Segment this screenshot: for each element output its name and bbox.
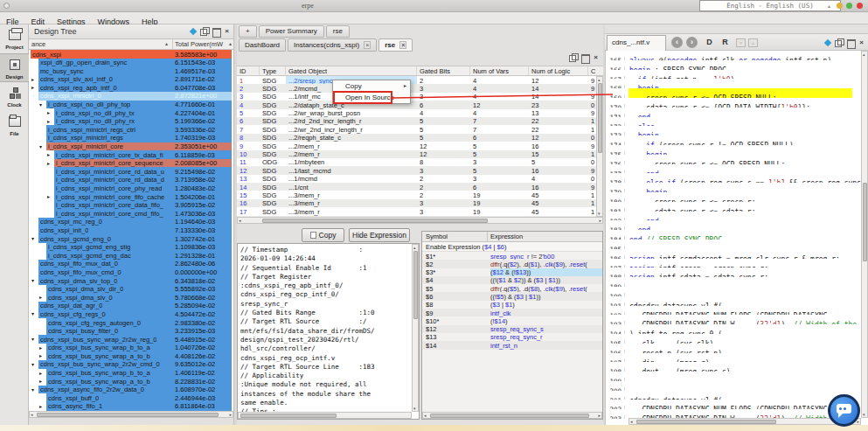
tree-expand-icon[interactable]: ▸: [39, 352, 42, 358]
tree-row[interactable]: i_cdns_xspi_minictrl_core_rd_data_u9.215…: [29, 167, 233, 176]
maximize-icon[interactable]: [580, 53, 588, 61]
receiver-button[interactable]: R: [719, 37, 732, 48]
code-line[interactable]: 182 end: [606, 212, 868, 221]
code-line[interactable]: 169 sresp_sync_r <= OCP_SRESP_NULL;: [606, 88, 868, 98]
source-file-tab[interactable]: cdns_...ntf.v: [607, 35, 666, 51]
close-icon[interactable]: ×: [592, 53, 600, 61]
code-line[interactable]: 179 begin: [606, 183, 868, 192]
code-line[interactable]: 168 begin: [606, 79, 868, 88]
table-row[interactable]: 3SDG...1/intf_mc34149: [237, 93, 603, 101]
code-line[interactable]: 184end // SRESP_SYNC_PROC: [606, 230, 868, 240]
target-icon[interactable]: [189, 27, 197, 35]
tree-expand-icon[interactable]: ▸: [47, 193, 50, 199]
close-icon[interactable]: ×: [223, 27, 231, 35]
code-line[interactable]: 189: [606, 277, 868, 287]
rail-item-design[interactable]: Design: [0, 53, 29, 82]
code-line[interactable]: 167 if (intf_rst_n == 1'b0): [606, 70, 868, 80]
rail-item-file[interactable]: File: [0, 111, 29, 140]
code-line[interactable]: 170 sdata_sync_r <= {OCP_DATA_WIDTH{1'b0…: [606, 98, 868, 108]
new-view-tab-button[interactable]: +: [239, 25, 257, 38]
target-icon[interactable]: [823, 38, 831, 46]
table-col-gated-bits[interactable]: Gated Bits: [417, 66, 470, 76]
table-row[interactable]: 10SDG...2/mem_r125151: [237, 150, 603, 158]
col-instance[interactable]: ance: [31, 40, 45, 48]
tree-row[interactable]: ▸cdns_xspi_dma_slv_05.780668e-02: [29, 293, 233, 302]
scroll-right-icon[interactable]: ▸: [598, 413, 601, 419]
tree-row[interactable]: ▾cdns_xspi_cfg_regs_04.504472e-02: [29, 309, 233, 318]
scroll-up-icon[interactable]: ▴: [598, 77, 601, 82]
tree-expand-icon[interactable]: ▾: [31, 336, 34, 342]
tree-row[interactable]: ▸cdns_async_fifo_16.811864e-03: [29, 402, 233, 411]
tree-row[interactable]: ▾cdns_xspi_minictrl_02.872821e+00: [29, 92, 233, 101]
info-hscrollbar[interactable]: [238, 412, 412, 419]
tree-expand-icon[interactable]: ▾: [31, 93, 34, 99]
tree-row[interactable]: cdns_xspi_fifo_mux_dat_02.862480e-06: [29, 260, 233, 268]
up-box-icon[interactable]: ▵: [748, 38, 758, 47]
scroll-right-icon[interactable]: ▸: [229, 412, 232, 418]
table-row[interactable]: 15SDG...3/mem_r219451: [237, 191, 603, 198]
tree-expand-icon[interactable]: ▸: [39, 403, 42, 409]
code-line[interactable]: 180 sresp_sync_r <= sresp_r;: [606, 192, 868, 202]
menu-item-copy[interactable]: Copy▸: [333, 80, 410, 92]
scroll-down-icon[interactable]: ▾: [863, 412, 865, 417]
tree-row[interactable]: cdns_xspi_init_07.133330e-03: [29, 226, 233, 234]
table-row[interactable]: 7SDG...2/wr_2nd_incr_length_r57221: [237, 125, 603, 133]
tree-row[interactable]: ▾cdns_xspi_bus_sync_wrap_2r2w_cmd_09.635…: [29, 360, 233, 369]
tree-row[interactable]: i_cdns_xspi_minictrl_core_phy_read1.2804…: [29, 184, 233, 193]
tree-row[interactable]: ▸i_cdns_xspi_minictrl_core_sequence2.008…: [29, 159, 233, 168]
scroll-up-icon[interactable]: ▴: [413, 245, 416, 250]
maximize-icon[interactable]: [846, 38, 854, 46]
table-row[interactable]: 4SDG...2/dataph_state_c612230: [237, 101, 603, 108]
tree-row[interactable]: ▸cdns_xspi_reg_apb_intf_06.047708e-03: [29, 83, 233, 92]
table-row[interactable]: 5SDG...2/wr_wrap_burst_posn44139: [237, 109, 603, 117]
tree-row[interactable]: xspi_dfi_gp_open_drain_sync6.151543e-03: [29, 59, 233, 67]
expression-row[interactable]: $10*(!$14): [422, 316, 602, 324]
tree-row[interactable]: cdns_xspi_buff_02.446944e-03: [29, 393, 233, 402]
expression-row[interactable]: $4((!($1 & $2)) & ($3 | $1)): [422, 276, 602, 284]
code-line[interactable]: 176 sresp_sync_r <= OCP_SRESP_NULL;: [606, 155, 868, 164]
scroll-right-icon[interactable]: ▸: [599, 218, 601, 224]
col-total-power[interactable]: Total Power(mW: [175, 40, 223, 48]
tree-expand-icon[interactable]: ▸: [31, 84, 34, 90]
expression-hscrollbar[interactable]: ◂ ▸: [422, 412, 602, 419]
table-row[interactable]: 11ODG...1/mbyteen8350: [237, 158, 603, 166]
view-tab-rse[interactable]: rse: [326, 25, 350, 38]
tree-row[interactable]: ▸i_cdns_xspi_minictrl_core_tx_data_fi6.1…: [29, 150, 233, 159]
down-box-icon[interactable]: ▿: [736, 38, 746, 47]
tree-row[interactable]: i_cdns_xspi_gcmd_eng_dac1.291328e-01: [29, 251, 233, 260]
tree-expand-icon[interactable]: ▸: [39, 294, 42, 300]
minimize-dot-icon[interactable]: [837, 3, 843, 9]
tree-row[interactable]: ▾cdns_xspi_bus_sync_wrap_2r2w_reg_05.448…: [29, 335, 233, 344]
tree-expand-icon[interactable]: ▾: [31, 235, 34, 241]
table-col-num-of-logic[interactable]: Num of Logic: [529, 66, 588, 76]
code-line[interactable]: 181 sdata_sync_r <= sdata_r;: [606, 202, 868, 212]
table-row[interactable]: 8SDG...2/reqph_state_c56120: [237, 134, 603, 142]
scroll-left-icon[interactable]: ◂: [424, 413, 427, 419]
maximize-dot-icon[interactable]: [846, 3, 852, 9]
tree-row[interactable]: ▾i_cdns_xspi_minictrl_core2.353051e+00: [29, 143, 233, 151]
code-line[interactable]: 201cdnsdru_datasync_v1 #(: [606, 391, 868, 400]
window-gadget-icon[interactable]: [3, 3, 10, 9]
col-symbol[interactable]: Symbol: [426, 233, 448, 240]
code-line[interactable]: 173 begin: [606, 126, 868, 136]
table-row[interactable]: 13SDG...1/mcmd2340: [237, 175, 603, 183]
tree-expand-icon[interactable]: ▸: [47, 118, 50, 124]
restore-icon[interactable]: [835, 38, 843, 46]
tree-row[interactable]: ▸cdns_xspi_bus_sync_wrap_b_to_a1.040726e…: [29, 344, 233, 352]
tree-row[interactable]: ▸cdns_xspi_slv_axi_intf_02.891711e-02: [29, 75, 233, 84]
tree-expand-icon[interactable]: ▾: [31, 310, 34, 316]
table-col-gated-object[interactable]: Gated Object: [286, 66, 417, 76]
close-dot-icon[interactable]: [857, 3, 863, 9]
tree-row[interactable]: cdns_xspi_busy_filter_03.233915e-03: [29, 327, 233, 336]
table-hscrollbar[interactable]: ◂ ▸: [237, 217, 603, 224]
keyboard-layout-indicator[interactable]: English - English (US): [699, 0, 841, 11]
tree-expand-icon[interactable]: ▸: [39, 344, 42, 351]
expression-row[interactable]: $5dffr(.q($5), .d($8), .clk($9), .reset(: [422, 284, 602, 292]
tree-row[interactable]: ▾cdns_xspi_dma_slv_top_06.343818e-02: [29, 276, 233, 285]
tree-row[interactable]: ▾i_cdns_xspi_no_dll_phy_top4.771660e-01: [29, 101, 233, 109]
table-row[interactable]: 14SDG...1/cnt26169: [237, 183, 603, 191]
source-hscrollbar[interactable]: ◂ ▸: [628, 418, 861, 425]
maximize-icon[interactable]: [212, 27, 219, 35]
tree-row[interactable]: cdns_xspi_fifo_mux_cmd_00.000000e+00: [29, 268, 233, 276]
code-line[interactable]: 178 else if (sresp_req_sync_s == 1'b1 &&…: [606, 173, 868, 183]
